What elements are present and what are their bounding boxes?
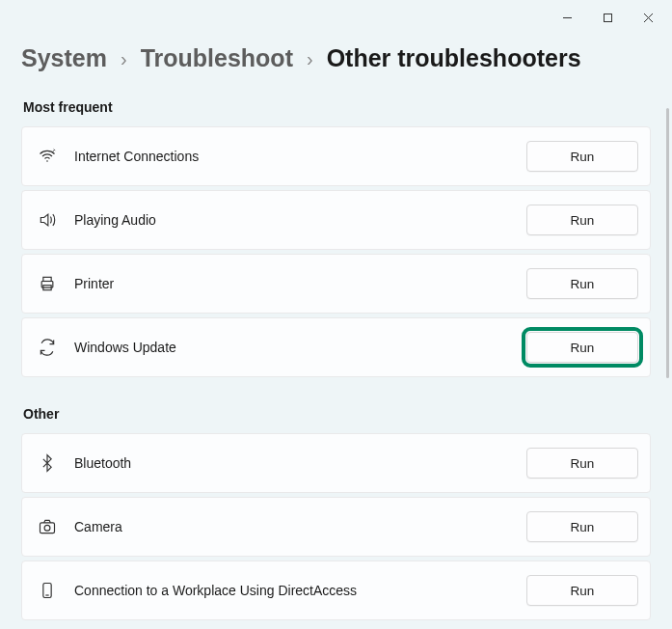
breadcrumb: System › Troubleshoot › Other troublesho… (21, 44, 651, 72)
printer-icon (36, 274, 59, 293)
page-title: Other troubleshooters (327, 44, 581, 72)
troubleshooter-label: Printer (74, 276, 526, 291)
run-button[interactable]: Run (526, 205, 638, 235)
run-button[interactable]: Run (526, 268, 638, 299)
troubleshooter-label: Connection to a Workplace Using DirectAc… (74, 583, 526, 598)
troubleshooter-windows-update: Windows Update Run (21, 317, 651, 377)
troubleshooter-label: Windows Update (74, 340, 526, 355)
section-other: Other Bluetooth Run Camera Run Connectio… (21, 406, 651, 620)
run-button[interactable]: Run (526, 141, 638, 172)
troubleshooter-label: Camera (74, 519, 526, 534)
section-title: Other (23, 406, 651, 422)
wifi-icon (36, 147, 59, 166)
camera-icon (36, 517, 59, 536)
chevron-right-icon: › (121, 48, 127, 70)
svg-rect-6 (43, 277, 51, 281)
chevron-right-icon: › (307, 48, 313, 70)
minimize-button[interactable] (547, 4, 587, 31)
troubleshooter-label: Bluetooth (74, 455, 526, 471)
troubleshooter-bluetooth: Bluetooth Run (21, 433, 651, 493)
troubleshooter-label: Playing Audio (74, 212, 526, 228)
run-button[interactable]: Run (526, 511, 638, 542)
troubleshooter-printer: Printer Run (21, 254, 651, 314)
run-button[interactable]: Run (526, 575, 638, 606)
troubleshooter-directaccess: Connection to a Workplace Using DirectAc… (21, 561, 651, 620)
troubleshooter-internet-connections: Internet Connections Run (21, 126, 651, 186)
run-button[interactable]: Run (526, 448, 638, 479)
troubleshooter-camera: Camera Run (21, 497, 651, 557)
svg-point-9 (44, 525, 50, 531)
section-title: Most frequent (23, 99, 651, 115)
svg-point-4 (46, 160, 48, 162)
settings-content: System › Troubleshoot › Other troublesho… (0, 0, 672, 629)
breadcrumb-troubleshoot[interactable]: Troubleshoot (141, 44, 293, 72)
troubleshooter-playing-audio: Playing Audio Run (21, 190, 651, 250)
speaker-icon (36, 210, 59, 230)
svg-rect-8 (40, 523, 55, 533)
scrollbar[interactable] (665, 2, 670, 619)
sync-icon (36, 338, 59, 357)
section-most-frequent: Most frequent Internet Connections Run P… (21, 99, 651, 377)
troubleshooter-label: Internet Connections (74, 149, 526, 164)
phone-icon (36, 581, 59, 600)
maximize-button[interactable] (587, 4, 628, 31)
window-controls (547, 0, 672, 31)
run-button[interactable]: Run (526, 332, 638, 363)
breadcrumb-system[interactable]: System (21, 44, 107, 72)
scrollbar-thumb[interactable] (666, 108, 669, 378)
close-button[interactable] (628, 4, 668, 31)
bluetooth-icon (36, 453, 59, 473)
svg-rect-1 (604, 14, 611, 21)
